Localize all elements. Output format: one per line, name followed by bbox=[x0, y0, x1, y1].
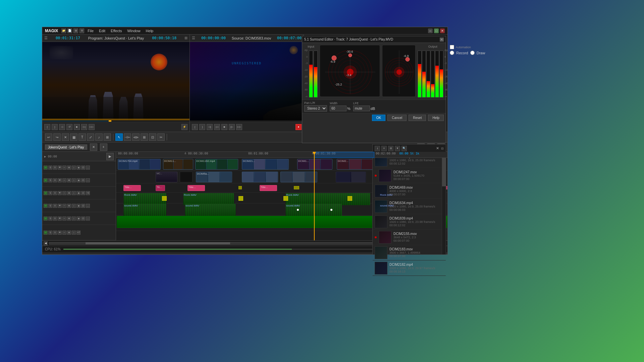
track-v1-mute[interactable]: M bbox=[44, 166, 48, 170]
source-prev-frame[interactable]: ◁| bbox=[207, 124, 213, 130]
media-filter-icon[interactable]: ▼ bbox=[395, 146, 400, 151]
track-v2-b2[interactable]: ⊕ bbox=[67, 178, 71, 182]
track-v2-b3[interactable]: ↕ bbox=[72, 178, 76, 182]
clip-v1-1[interactable]: DCIM1704.mp4 bbox=[118, 159, 161, 170]
track-a1-eye[interactable]: 👁 bbox=[58, 204, 62, 208]
track-a2-b1[interactable]: ↔ bbox=[62, 217, 66, 221]
tool-transition[interactable]: ⤢ bbox=[87, 133, 94, 141]
source-to-end[interactable]: ▷▷ bbox=[236, 124, 242, 130]
volume-node-1[interactable] bbox=[297, 209, 299, 211]
track-v1-solo[interactable]: S bbox=[48, 166, 52, 170]
tool-multicam[interactable]: ⊞ bbox=[104, 133, 111, 141]
track-music-b2[interactable]: ⊕ bbox=[67, 231, 71, 235]
track-a1-b2[interactable]: ⊕ bbox=[67, 204, 71, 208]
clip-t1-3[interactable]: Title... bbox=[187, 185, 205, 191]
track-music-eye[interactable]: 👁 bbox=[58, 231, 62, 235]
track-music-b4[interactable]: +7 bbox=[76, 231, 80, 235]
source-record[interactable]: ● bbox=[296, 124, 302, 130]
tool-cut[interactable]: ✂ bbox=[157, 133, 165, 141]
tool-delete[interactable]: ✕ bbox=[62, 133, 69, 141]
close-button[interactable]: ✕ bbox=[440, 28, 445, 33]
clip-a2-2[interactable]: sound.WAV bbox=[185, 204, 236, 216]
clip-v1-4[interactable]: DCIM21... bbox=[242, 159, 289, 170]
menu-file[interactable]: File bbox=[88, 29, 94, 33]
media-item-6[interactable]: DCIM2183.mov 3500 x 3667, 1.499864 00:00… bbox=[373, 245, 446, 260]
clip-v1-5[interactable]: DCIM1... bbox=[297, 159, 332, 170]
media-scrollbar[interactable] bbox=[442, 153, 446, 254]
program-bracket-in[interactable]: [ bbox=[44, 124, 50, 130]
media-browser-collapse[interactable]: ⊟ bbox=[441, 147, 444, 150]
source-bracket-in[interactable]: [ bbox=[192, 124, 198, 130]
track-v2-mute[interactable]: M bbox=[44, 178, 48, 182]
tool-trim[interactable]: ⊣⊢ bbox=[124, 133, 131, 141]
track-a2-b4[interactable]: ◈ bbox=[76, 217, 80, 221]
tool-text[interactable]: T bbox=[78, 133, 86, 141]
track-v2-lock[interactable]: 0 bbox=[53, 178, 57, 182]
track-v2-b1[interactable]: ↔ bbox=[62, 178, 66, 182]
menu-help[interactable]: Help bbox=[146, 29, 154, 33]
track-a1-b5[interactable]: ⊡ bbox=[81, 204, 85, 208]
media-list-icon[interactable]: ≡ bbox=[381, 146, 387, 151]
track-a1-b1[interactable]: ↔ bbox=[62, 204, 66, 208]
volume-node-2[interactable] bbox=[330, 209, 332, 211]
track-a1-mute[interactable]: M bbox=[44, 204, 48, 208]
program-lightning[interactable]: ⚡ bbox=[181, 124, 187, 130]
track-t1-mute[interactable]: M bbox=[44, 191, 48, 195]
clip-t1-2[interactable]: Tit... bbox=[156, 185, 165, 191]
program-prev-frame[interactable]: ◁ bbox=[59, 124, 65, 130]
media-item-1[interactable]: DCIM1247.mov 5184 x 3435, 1.509170 00:00… bbox=[373, 168, 446, 183]
track-v2-b6[interactable]: … bbox=[86, 178, 90, 182]
track-t1-b2[interactable]: ⊕ bbox=[67, 191, 71, 195]
track-music-b1[interactable]: ↔ bbox=[62, 231, 66, 235]
program-next-marker[interactable]: ▷| bbox=[81, 124, 87, 130]
titlebar-grid-icon[interactable]: ⊞ bbox=[73, 28, 78, 33]
clip-a2-3[interactable]: sound.WAV bbox=[285, 204, 342, 216]
tool-undo[interactable]: ↩ bbox=[45, 133, 52, 141]
menu-effects[interactable]: Effects bbox=[111, 29, 122, 33]
track-v1-b4[interactable]: ◈ bbox=[76, 166, 80, 170]
clip-v2-6[interactable] bbox=[336, 172, 366, 182]
track-v1-lock[interactable]: 0 bbox=[53, 166, 57, 170]
track-a1-b6[interactable]: … bbox=[86, 204, 90, 208]
program-bracket-out[interactable]: ] bbox=[52, 124, 58, 130]
record-radio[interactable] bbox=[450, 51, 454, 55]
track-a2-eye[interactable]: 👁 bbox=[58, 217, 62, 221]
track-t1-b6[interactable]: +3 bbox=[86, 191, 90, 195]
track-t1-b3[interactable]: ↕ bbox=[72, 191, 76, 195]
reset-button[interactable]: Reset bbox=[409, 115, 426, 121]
track-a2-b6[interactable]: … bbox=[86, 217, 90, 221]
clip-v2-2[interactable] bbox=[180, 172, 193, 182]
media-search-icon[interactable]: 🔍 bbox=[401, 146, 407, 151]
track-t1-b4[interactable]: ◈ bbox=[76, 191, 80, 195]
track-v1-eye[interactable]: 👁 bbox=[58, 166, 62, 170]
clip-v1-3[interactable]: DCIM1192.mp4 bbox=[195, 159, 238, 170]
playhead[interactable] bbox=[314, 152, 315, 240]
track-music-mute[interactable]: M bbox=[44, 231, 48, 235]
source-to-start[interactable]: |◁ bbox=[214, 124, 220, 130]
track-a1-b4[interactable]: ◈ bbox=[76, 204, 80, 208]
titlebar-file-icon[interactable]: 📄 bbox=[67, 28, 72, 33]
track-music-solo[interactable]: S bbox=[48, 231, 52, 235]
clip-t1-4[interactable]: Title... bbox=[260, 185, 277, 191]
track-a1-b3[interactable]: ↕ bbox=[72, 204, 76, 208]
media-grid-icon[interactable]: ⊞ bbox=[388, 146, 393, 151]
track-v1-b3[interactable]: ↕ bbox=[72, 166, 76, 170]
track-a1-lock[interactable]: 0 bbox=[53, 204, 57, 208]
track-music-b3[interactable]: ↕ bbox=[72, 231, 76, 235]
menu-window[interactable]: Window bbox=[127, 29, 140, 33]
track-t1-b1[interactable]: ↔ bbox=[62, 191, 66, 195]
lfe-input[interactable] bbox=[353, 106, 370, 111]
timeline-tab[interactable]: JokersQuest · Let's Play bbox=[45, 144, 87, 150]
media-item-5[interactable]: DCIM2155.mov 3648 x 5472, 2:3 00:00:07:0… bbox=[373, 230, 446, 245]
tool-image[interactable]: ⊡ bbox=[149, 133, 156, 141]
track-v2-b4[interactable]: ◈ bbox=[76, 178, 80, 182]
media-browser-close[interactable]: ✕ bbox=[436, 146, 439, 150]
width-input[interactable] bbox=[330, 106, 346, 111]
help-button[interactable]: Help bbox=[428, 115, 444, 121]
track-v2-b5[interactable]: ⊡ bbox=[81, 178, 85, 182]
track-v1-b6[interactable]: … bbox=[86, 166, 90, 170]
automation-checkbox[interactable] bbox=[450, 45, 454, 49]
source-next-marker[interactable]: |▷ bbox=[229, 124, 235, 130]
media-import-icon[interactable]: ⤓ bbox=[375, 146, 380, 151]
titlebar-folder-icon[interactable]: 📁 bbox=[61, 28, 66, 33]
